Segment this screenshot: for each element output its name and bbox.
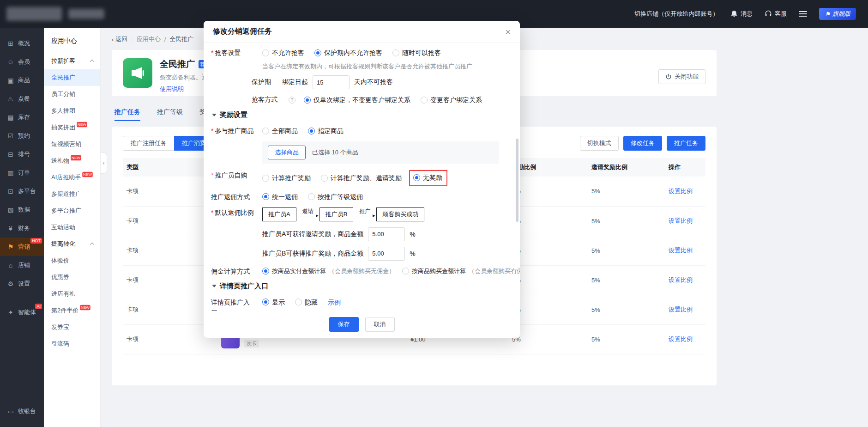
switch-mode-button[interactable]: 切换模式 [580, 136, 619, 151]
sidebar-item-agent[interactable]: ✦智能体AI [0, 303, 44, 322]
set-ratio-link[interactable]: 设置比例 [669, 247, 693, 254]
submenu-item-interactive[interactable]: 互动活动 [44, 219, 100, 236]
submenu-item-staff[interactable]: 员工分销 [44, 86, 100, 103]
support-label: 客服 [775, 10, 787, 18]
radio-change-bind[interactable]: 变更客户绑定关系 [421, 95, 482, 105]
set-ratio-link[interactable]: 设置比例 [669, 217, 693, 224]
section-conversion[interactable]: 提高转化 [44, 236, 100, 252]
submenu-item-traffic-code[interactable]: 引流码 [44, 336, 100, 352]
submenu-item-coupon-tool[interactable]: 发券宝 [44, 319, 100, 336]
modal-scrollbar-thumb[interactable] [516, 139, 518, 222]
close-feature-button[interactable]: 关闭功能 [658, 69, 705, 84]
radio-protect-grab[interactable]: 保护期内不允许抢客 [314, 48, 382, 58]
cancel-button[interactable]: 取消 [365, 317, 395, 332]
radio-show-entry[interactable]: 显示 [262, 297, 285, 307]
promoter-a-box: 推广员A [262, 207, 296, 221]
sidebar-item-inventory[interactable]: ▤库存 [0, 108, 44, 127]
radio-purchase-amount[interactable]: 按商品购买金额计算（会员余额购买有佣金） [402, 266, 520, 276]
sidebar-item-queue[interactable]: ⊟排号 [0, 145, 44, 164]
modal-title: 修改分销返佣任务 [213, 27, 272, 37]
submenu-item-coupon[interactable]: 优惠券 [44, 269, 100, 286]
grab-setting-group: 不允许抢客 保护期内不允许抢客 随时可以抢客 [262, 48, 441, 58]
usage-guide-link[interactable]: 使用说明 [160, 85, 184, 93]
radio-actual-paid[interactable]: 按商品实付金额计算（会员余额购买无佣金） [262, 266, 395, 276]
radio-all-goods[interactable]: 全部商品 [262, 126, 298, 136]
submenu-item-quanmin[interactable]: 全民推广 [44, 69, 100, 86]
switch-store-link[interactable]: 切换店铺（仅开放给内部账号） [634, 10, 718, 18]
radio-calc-promo-invite-reward[interactable]: 计算推广奖励、邀请奖励 [321, 173, 402, 183]
submenu-item-store-gift[interactable]: 进店有礼 [44, 286, 100, 302]
save-button[interactable]: 保存 [329, 317, 359, 332]
sidebar-item-finance[interactable]: ¥财务 [0, 219, 44, 238]
select-goods-button[interactable]: 选择商品 [268, 146, 306, 159]
radio-anytime-grab[interactable]: 随时可以抢客 [392, 48, 441, 58]
radio-no-reward[interactable]: 无奖励 [413, 172, 442, 183]
help-icon[interactable]: ? [289, 97, 295, 104]
section-acquire[interactable]: 拉新扩客 [44, 53, 100, 69]
detail-entry-section-title: 详情页推广入口 [212, 282, 511, 291]
register-task-button[interactable]: 推广注册任务 [123, 136, 175, 151]
radio-level-commission[interactable]: 按推广等级返佣 [308, 192, 363, 202]
support-item[interactable]: 客服 [765, 10, 787, 18]
sidebar-item-products[interactable]: ▣商品 [0, 71, 44, 90]
messages-item[interactable]: 消息 [730, 10, 753, 18]
sidebar-item-marketing[interactable]: ⚑营销HOT [0, 238, 44, 256]
set-ratio-link[interactable]: 设置比例 [669, 276, 693, 283]
radio-single-bind[interactable]: 仅单次绑定，不变更客户绑定关系 [304, 95, 410, 105]
meal-icon: ♨ [7, 95, 14, 103]
col-action: 操作 [665, 158, 705, 177]
submenu-item-lottery[interactable]: 抽奖拼团NEW [44, 119, 100, 136]
radio-hide-entry[interactable]: 隐藏 [295, 297, 318, 307]
back-arrow-icon: ‹ [112, 36, 114, 43]
submenu-item-multichannel[interactable]: 多渠道推广 [44, 186, 100, 202]
submenu-item-video[interactable]: 短视频营销 [44, 136, 100, 152]
sidebar-item-settings[interactable]: ⚙设置 [0, 274, 44, 293]
tab-promo-task[interactable]: 推广任务 [115, 108, 140, 121]
sidebar-item-booking[interactable]: ☑预约 [0, 127, 44, 145]
set-ratio-link[interactable]: 设置比例 [669, 188, 693, 195]
submenu-item-half-price[interactable]: 第2件半价NEW [44, 302, 100, 319]
submenu-item-trial-price[interactable]: 体验价 [44, 252, 100, 269]
modify-task-button[interactable]: 修改任务 [623, 136, 662, 151]
tab-promo-level[interactable]: 推广等级 [157, 108, 183, 121]
sidebar-item-ordering[interactable]: ♨点餐 [0, 90, 44, 108]
commission-mode-group: 统一返佣 按推广等级返佣 [262, 192, 363, 202]
collapse-triangle-icon[interactable] [212, 114, 217, 116]
breadcrumb-sep: / [164, 36, 166, 43]
sidebar-item-multiplatform[interactable]: ⊡多平台 [0, 182, 44, 201]
sidebar-item-cashier[interactable]: ▭收银台 [0, 402, 44, 421]
new-badge: NEW [83, 172, 93, 177]
example-link[interactable]: 示例 [328, 297, 341, 307]
sidebar-item-data[interactable]: ▧数据 [0, 201, 44, 219]
breadcrumb-section[interactable]: 应用中心 [137, 35, 161, 43]
detail-entry-label: 详情页推广入口 [211, 297, 256, 311]
promo-task-button[interactable]: 推广任务 [667, 136, 705, 151]
sidebar-item-orders[interactable]: ▥订单 [0, 164, 44, 182]
menu-icon[interactable] [799, 11, 807, 17]
set-ratio-link[interactable]: 设置比例 [669, 306, 693, 313]
collapse-sidebar-handle[interactable]: ‹ [101, 152, 107, 174]
protect-period-label: 保护期 [252, 78, 271, 86]
radio-unified-commission[interactable]: 统一返佣 [262, 192, 298, 202]
collapse-triangle-icon[interactable] [212, 285, 217, 287]
set-ratio-link[interactable]: 设置比例 [669, 336, 693, 342]
submenu-item-group[interactable]: 多人拼团 [44, 103, 100, 119]
submenu-item-gift[interactable]: 送礼物NEW [44, 152, 100, 169]
close-icon[interactable]: × [505, 27, 511, 37]
sidebar-item-members[interactable]: ☺会员 [0, 53, 44, 71]
shop-icon: ⌂ [7, 262, 14, 269]
promoter-a-ratio-input[interactable] [368, 227, 405, 241]
radio-no-grab[interactable]: 不允许抢客 [262, 48, 304, 58]
submenu-item-multiplatform-promo[interactable]: 多平台推广 [44, 202, 100, 219]
sidebar-item-overview[interactable]: ⊞概况 [0, 34, 44, 53]
promoter-b-ratio-input[interactable] [368, 247, 405, 261]
grab-method-label: 抢客方式 [252, 96, 277, 104]
radio-calc-promo-reward[interactable]: 计算推广奖励 [262, 173, 311, 183]
sidebar-item-shop[interactable]: ⌂店铺 [0, 256, 44, 274]
protect-days-input[interactable] [313, 75, 350, 89]
headset-icon [765, 10, 772, 18]
plan-badge[interactable]: ⚑ 旗舰版 [819, 8, 856, 20]
back-link[interactable]: ‹返回 [112, 35, 127, 43]
radio-specified-goods[interactable]: 指定商品 [308, 126, 344, 136]
submenu-item-ai-helper[interactable]: AI店推助手NEW [44, 169, 100, 186]
